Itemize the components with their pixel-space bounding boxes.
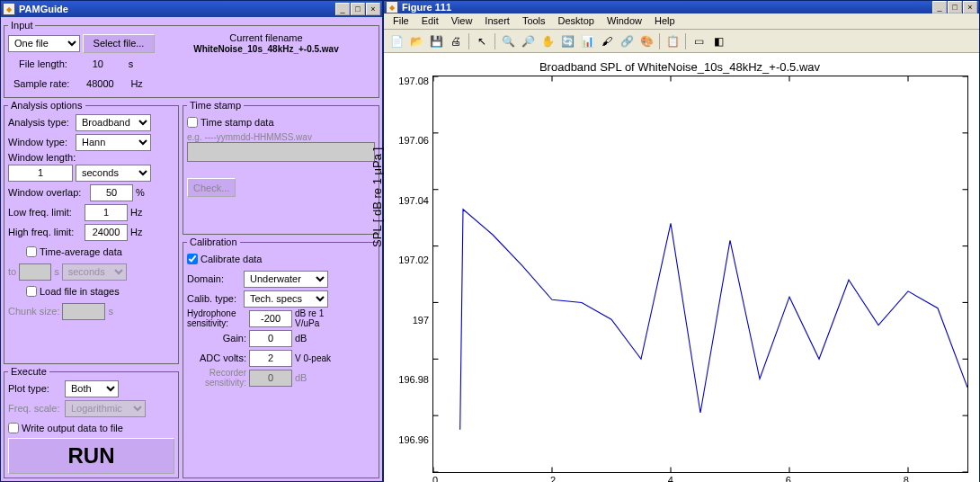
pam-titlebar: ◆ PAMGuide _ □ × [1, 1, 382, 17]
hydrophone-sens-label: Hydrophone sensitivity: [187, 308, 246, 328]
maximize-button[interactable]: □ [351, 3, 365, 15]
calibrate-checkbox[interactable] [187, 254, 198, 264]
pamguide-window: ◆ PAMGuide _ □ × Input One file Select f… [0, 0, 383, 482]
run-button[interactable]: RUN [8, 438, 174, 474]
minimize-button[interactable]: _ [335, 3, 350, 15]
pointer-icon[interactable]: ↖ [473, 32, 491, 50]
menu-tools[interactable]: Tools [517, 14, 551, 28]
execute-legend: Execute [8, 366, 49, 377]
freq-scale-label: Freq. scale: [8, 403, 62, 414]
save-icon[interactable]: 💾 [427, 32, 445, 50]
hydrophone-sens-input[interactable] [249, 310, 292, 327]
matlab-icon: ◆ [386, 1, 398, 13]
domain-select[interactable]: Underwater [244, 271, 328, 288]
x-axis-ticks: 02468 [432, 473, 968, 482]
time-avg-unit-select: seconds [62, 263, 127, 281]
window-type-select[interactable]: Hann [76, 134, 151, 151]
gain-label: Gain: [187, 333, 246, 344]
menu-edit[interactable]: Edit [416, 14, 444, 28]
analysis-legend: Analysis options [8, 100, 85, 111]
y-tick: 197 [391, 315, 429, 326]
menu-view[interactable]: View [446, 14, 478, 28]
cursor-icon[interactable]: 📊 [578, 32, 596, 50]
pam-title: PAMGuide [19, 4, 335, 14]
time-average-label: Time-average data [40, 246, 122, 257]
y-tick: 196.98 [391, 374, 429, 385]
time-average-checkbox[interactable] [26, 246, 37, 257]
rotate-icon[interactable]: 🔄 [558, 32, 576, 50]
colorbar-icon[interactable]: 🎨 [637, 32, 655, 50]
menu-insert[interactable]: Insert [479, 14, 515, 28]
gain-unit: dB [295, 333, 307, 344]
adc-input[interactable] [249, 350, 292, 367]
menu-window[interactable]: Window [601, 14, 647, 28]
window-length-input[interactable] [8, 165, 73, 182]
plot-type-select[interactable]: Both [65, 380, 119, 397]
current-filename: WhiteNoise_10s_48kHz_+-0.5.wav [193, 44, 338, 54]
timestamp-group: Time stamp Time stamp data e.g. ----yymm… [183, 100, 379, 235]
calibration-group: Calibration Calibrate data Domain:Underw… [183, 237, 379, 478]
zoom-out-icon[interactable]: 🔎 [519, 32, 537, 50]
open-icon[interactable]: 📂 [407, 32, 425, 50]
analysis-type-label: Analysis type: [8, 117, 73, 128]
hydrophone-unit: dB re 1 V/uPa [295, 308, 334, 328]
write-output-checkbox[interactable] [8, 423, 19, 433]
hide-icon[interactable]: ▭ [690, 32, 708, 50]
figure-titlebar: ◆ Figure 111 _ □ × [384, 1, 979, 13]
legend-icon[interactable]: 📋 [664, 32, 682, 50]
link-icon[interactable]: 🔗 [618, 32, 636, 50]
calib-type-select[interactable]: Tech. specs [244, 290, 328, 308]
adc-unit: V 0-peak [295, 353, 331, 363]
dock-icon[interactable]: ◧ [709, 32, 727, 50]
zoom-in-icon[interactable]: 🔍 [499, 32, 517, 50]
menu-desktop[interactable]: Desktop [553, 14, 600, 28]
minimize-button[interactable]: _ [932, 1, 947, 13]
figure-window: ◆ Figure 111 _ □ × FileEditViewInsertToo… [383, 0, 980, 482]
chart-title: Broadband SPL of WhiteNoise_10s_48kHz_+-… [391, 60, 968, 74]
recorder-sens-label: Recorder sensitivity: [187, 368, 246, 388]
close-button[interactable]: × [366, 3, 380, 15]
window-overlap-label: Window overlap: [8, 187, 87, 198]
y-tick: 197.02 [391, 254, 429, 265]
sample-rate-label: Sample rate: [13, 78, 69, 89]
plot-type-label: Plot type: [8, 383, 62, 394]
load-stages-checkbox[interactable] [26, 286, 37, 297]
high-freq-input[interactable] [85, 224, 128, 241]
maximize-button[interactable]: □ [948, 1, 962, 13]
close-button[interactable]: × [963, 1, 977, 13]
select-file-button[interactable]: Select file... [83, 34, 155, 53]
analysis-type-select[interactable]: Broadband [76, 114, 151, 131]
execute-group: Execute Plot type:Both Freq. scale:Logar… [4, 366, 179, 478]
window-overlap-input[interactable] [90, 184, 133, 201]
window-length-unit-select[interactable]: seconds [76, 165, 151, 182]
x-tick: 0 [432, 475, 438, 482]
calibrate-label: Calibrate data [200, 254, 263, 264]
menu-help[interactable]: Help [649, 14, 681, 28]
window-type-label: Window type: [8, 137, 73, 147]
new-icon[interactable]: 📄 [388, 32, 405, 50]
tool-bar: 📄📂💾🖨↖🔍🔎✋🔄📊🖌🔗🎨📋▭◧ [384, 30, 979, 53]
timestamp-label: Time stamp data [200, 117, 274, 128]
input-mode-select[interactable]: One file [8, 35, 80, 52]
pan-icon[interactable]: ✋ [539, 32, 557, 50]
low-freq-input[interactable] [85, 204, 128, 221]
menu-bar: FileEditViewInsertToolsDesktopWindowHelp [384, 13, 979, 30]
timestamp-checkbox[interactable] [187, 117, 198, 128]
file-length-unit: s [129, 58, 134, 69]
matlab-icon: ◆ [3, 3, 15, 15]
sample-rate-unit: Hz [130, 78, 142, 89]
low-freq-unit: Hz [130, 207, 142, 218]
filename-label: Current filename [157, 32, 375, 43]
freq-scale-select: Logarithmic [65, 400, 146, 417]
y-tick: 197.04 [391, 195, 429, 206]
write-output-label: Write output data to file [22, 423, 123, 433]
check-button: Check... [187, 178, 236, 197]
brush-icon[interactable]: 🖌 [598, 32, 616, 50]
s-label: s [54, 266, 59, 277]
x-tick: 8 [904, 475, 909, 482]
gain-input[interactable] [249, 330, 292, 347]
input-group: Input One file Select file... Current fi… [4, 20, 379, 98]
menu-file[interactable]: File [388, 14, 414, 28]
high-freq-label: High freq. limit: [8, 227, 82, 237]
print-icon[interactable]: 🖨 [447, 32, 465, 50]
